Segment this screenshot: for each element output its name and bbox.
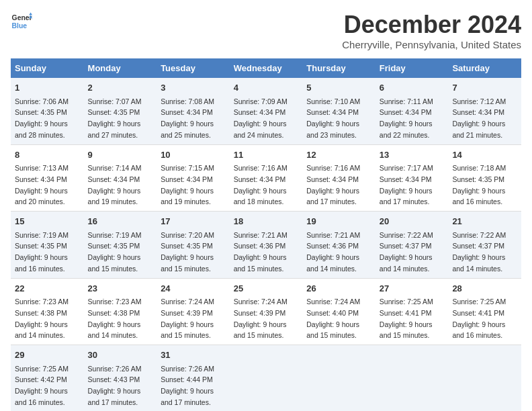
day-number: 2 (88, 81, 153, 95)
day-cell: 24Sunrise: 7:24 AMSunset: 4:39 PMDayligh… (157, 278, 230, 345)
day-number: 16 (88, 215, 153, 228)
header-thursday: Thursday (302, 58, 375, 78)
day-number: 10 (161, 148, 226, 162)
day-number: 19 (306, 215, 371, 228)
day-cell: 23Sunrise: 7:23 AMSunset: 4:38 PMDayligh… (84, 278, 157, 345)
day-cell: 13Sunrise: 7:17 AMSunset: 4:34 PMDayligh… (375, 144, 449, 212)
day-info: Sunrise: 7:25 AMSunset: 4:41 PMDaylight:… (380, 298, 433, 339)
day-info: Sunrise: 7:14 AMSunset: 4:34 PMDaylight:… (88, 164, 142, 205)
day-number: 12 (306, 148, 371, 162)
day-number: 13 (380, 148, 445, 162)
day-number: 5 (306, 81, 371, 95)
day-cell: 4Sunrise: 7:09 AMSunset: 4:34 PMDaylight… (230, 78, 303, 144)
day-number: 21 (452, 215, 517, 228)
day-info: Sunrise: 7:18 AMSunset: 4:35 PMDaylight:… (452, 164, 506, 205)
day-cell: 20Sunrise: 7:22 AMSunset: 4:37 PMDayligh… (375, 212, 449, 279)
day-cell: 7Sunrise: 7:12 AMSunset: 4:34 PMDaylight… (448, 78, 521, 144)
svg-marker-2 (29, 12, 32, 15)
day-cell: 3Sunrise: 7:08 AMSunset: 4:34 PMDaylight… (157, 78, 230, 144)
day-cell: 14Sunrise: 7:18 AMSunset: 4:35 PMDayligh… (448, 144, 521, 212)
day-info: Sunrise: 7:23 AMSunset: 4:38 PMDaylight:… (88, 298, 142, 339)
page-header: General Blue December 2024 Cherryville, … (11, 11, 521, 50)
day-info: Sunrise: 7:25 AMSunset: 4:41 PMDaylight:… (452, 298, 506, 339)
day-number: 17 (161, 215, 226, 228)
day-number: 31 (161, 349, 226, 362)
day-cell: 2Sunrise: 7:07 AMSunset: 4:35 PMDaylight… (84, 78, 157, 144)
day-info: Sunrise: 7:13 AMSunset: 4:34 PMDaylight:… (15, 164, 69, 205)
week-row-1: 1Sunrise: 7:06 AMSunset: 4:35 PMDaylight… (11, 78, 521, 144)
day-info: Sunrise: 7:24 AMSunset: 4:40 PMDaylight:… (306, 298, 360, 339)
day-info: Sunrise: 7:26 AMSunset: 4:43 PMDaylight:… (88, 365, 142, 406)
day-info: Sunrise: 7:19 AMSunset: 4:35 PMDaylight:… (15, 231, 69, 273)
day-number: 27 (380, 282, 445, 295)
header-monday: Monday (84, 58, 157, 78)
day-cell: 12Sunrise: 7:16 AMSunset: 4:34 PMDayligh… (302, 144, 375, 212)
day-number: 24 (161, 282, 226, 295)
day-info: Sunrise: 7:25 AMSunset: 4:42 PMDaylight:… (15, 365, 69, 406)
day-cell: 27Sunrise: 7:25 AMSunset: 4:41 PMDayligh… (375, 278, 449, 345)
day-info: Sunrise: 7:09 AMSunset: 4:34 PMDaylight:… (234, 97, 287, 139)
header-tuesday: Tuesday (157, 58, 230, 78)
svg-text:Blue: Blue (12, 22, 28, 30)
day-info: Sunrise: 7:22 AMSunset: 4:37 PMDaylight:… (380, 231, 433, 273)
day-number: 15 (15, 215, 80, 228)
week-row-3: 15Sunrise: 7:19 AMSunset: 4:35 PMDayligh… (11, 212, 521, 279)
logo: General Blue (11, 11, 32, 32)
day-info: Sunrise: 7:20 AMSunset: 4:35 PMDaylight:… (161, 231, 214, 273)
day-cell: 9Sunrise: 7:14 AMSunset: 4:34 PMDaylight… (84, 144, 157, 212)
header-row: SundayMondayTuesdayWednesdayThursdayFrid… (11, 58, 521, 78)
day-info: Sunrise: 7:22 AMSunset: 4:37 PMDaylight:… (452, 231, 506, 273)
day-info: Sunrise: 7:19 AMSunset: 4:35 PMDaylight:… (88, 231, 142, 273)
day-number: 11 (234, 148, 299, 162)
day-info: Sunrise: 7:08 AMSunset: 4:34 PMDaylight:… (161, 97, 214, 139)
day-info: Sunrise: 7:24 AMSunset: 4:39 PMDaylight:… (234, 298, 287, 339)
day-number: 18 (234, 215, 299, 228)
day-number: 25 (234, 282, 299, 295)
day-cell: 17Sunrise: 7:20 AMSunset: 4:35 PMDayligh… (157, 212, 230, 279)
day-number: 26 (306, 282, 371, 295)
day-number: 7 (452, 81, 517, 95)
day-number: 29 (15, 349, 80, 362)
day-cell: 15Sunrise: 7:19 AMSunset: 4:35 PMDayligh… (11, 212, 84, 279)
day-info: Sunrise: 7:21 AMSunset: 4:36 PMDaylight:… (306, 231, 360, 273)
day-info: Sunrise: 7:21 AMSunset: 4:36 PMDaylight:… (234, 231, 287, 273)
day-info: Sunrise: 7:23 AMSunset: 4:38 PMDaylight:… (15, 298, 69, 339)
day-info: Sunrise: 7:10 AMSunset: 4:34 PMDaylight:… (306, 97, 360, 139)
day-cell: 26Sunrise: 7:24 AMSunset: 4:40 PMDayligh… (302, 278, 375, 345)
header-friday: Friday (375, 58, 449, 78)
day-cell (302, 345, 375, 412)
day-cell: 16Sunrise: 7:19 AMSunset: 4:35 PMDayligh… (84, 212, 157, 279)
day-info: Sunrise: 7:07 AMSunset: 4:35 PMDaylight:… (88, 97, 142, 139)
title-section: December 2024 Cherryville, Pennsylvania,… (342, 11, 521, 50)
month-title: December 2024 (342, 11, 521, 39)
day-cell: 29Sunrise: 7:25 AMSunset: 4:42 PMDayligh… (11, 345, 84, 412)
week-row-5: 29Sunrise: 7:25 AMSunset: 4:42 PMDayligh… (11, 345, 521, 412)
day-number: 9 (88, 148, 153, 162)
day-cell: 19Sunrise: 7:21 AMSunset: 4:36 PMDayligh… (302, 212, 375, 279)
day-number: 30 (88, 349, 153, 362)
day-cell: 22Sunrise: 7:23 AMSunset: 4:38 PMDayligh… (11, 278, 84, 345)
day-cell: 1Sunrise: 7:06 AMSunset: 4:35 PMDaylight… (11, 78, 84, 144)
day-info: Sunrise: 7:26 AMSunset: 4:44 PMDaylight:… (161, 365, 214, 406)
day-cell: 6Sunrise: 7:11 AMSunset: 4:34 PMDaylight… (375, 78, 449, 144)
day-number: 28 (452, 282, 517, 295)
day-info: Sunrise: 7:06 AMSunset: 4:35 PMDaylight:… (15, 97, 69, 139)
day-info: Sunrise: 7:15 AMSunset: 4:34 PMDaylight:… (161, 164, 214, 205)
day-cell: 30Sunrise: 7:26 AMSunset: 4:43 PMDayligh… (84, 345, 157, 412)
header-wednesday: Wednesday (230, 58, 303, 78)
day-cell (375, 345, 449, 412)
header-sunday: Sunday (11, 58, 84, 78)
week-row-4: 22Sunrise: 7:23 AMSunset: 4:38 PMDayligh… (11, 278, 521, 345)
day-number: 23 (88, 282, 153, 295)
day-cell: 10Sunrise: 7:15 AMSunset: 4:34 PMDayligh… (157, 144, 230, 212)
day-info: Sunrise: 7:16 AMSunset: 4:34 PMDaylight:… (234, 164, 287, 205)
header-saturday: Saturday (448, 58, 521, 78)
day-info: Sunrise: 7:17 AMSunset: 4:34 PMDaylight:… (380, 164, 433, 205)
location-title: Cherryville, Pennsylvania, United States (342, 39, 521, 50)
day-number: 4 (234, 81, 299, 95)
day-number: 14 (452, 148, 517, 162)
day-cell: 21Sunrise: 7:22 AMSunset: 4:37 PMDayligh… (448, 212, 521, 279)
day-info: Sunrise: 7:16 AMSunset: 4:34 PMDaylight:… (306, 164, 360, 205)
day-cell: 18Sunrise: 7:21 AMSunset: 4:36 PMDayligh… (230, 212, 303, 279)
day-number: 6 (380, 81, 445, 95)
